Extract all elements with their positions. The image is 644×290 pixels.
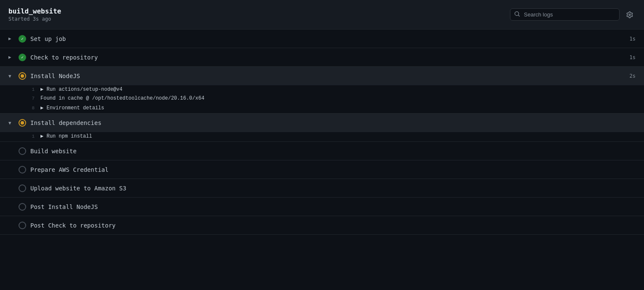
status-icon-success: ✓ bbox=[19, 35, 26, 43]
chevron-icon: ▼ bbox=[8, 73, 14, 79]
header-left: build_website Started 3s ago bbox=[8, 7, 61, 22]
chevron-icon: ▶ bbox=[8, 54, 14, 60]
status-icon-running bbox=[19, 119, 26, 127]
step-label: Post Install NodeJS bbox=[30, 203, 636, 210]
search-container bbox=[510, 8, 620, 21]
log-section-install-dependencies: 1▶ Run npm install bbox=[0, 132, 644, 141]
step-label: Build website bbox=[30, 148, 636, 154]
chevron-icon: ▼ bbox=[8, 120, 14, 126]
step-label: Upload website to Amazon S3 bbox=[30, 185, 636, 192]
step-row-upload-website[interactable]: Upload website to Amazon S3 bbox=[0, 179, 644, 198]
step-duration: 2s bbox=[630, 73, 636, 79]
step-duration: 1s bbox=[630, 36, 636, 42]
step-row-post-install-nodejs[interactable]: Post Install NodeJS bbox=[0, 198, 644, 216]
header: build_website Started 3s ago bbox=[0, 0, 644, 30]
step-row-install-nodejs[interactable]: ▼Install NodeJS2s bbox=[0, 67, 644, 85]
log-line: 1▶ Run npm install bbox=[0, 132, 644, 141]
log-text: ▶ Run npm install bbox=[40, 133, 92, 139]
line-number: 7 bbox=[23, 96, 35, 101]
chevron-icon: ▶ bbox=[8, 36, 14, 41]
line-number: 1 bbox=[23, 87, 35, 92]
step-row-install-dependencies[interactable]: ▼Install dependencies bbox=[0, 114, 644, 132]
step-row-post-check-to-repository[interactable]: Post Check to repository bbox=[0, 216, 644, 235]
status-icon-running bbox=[19, 72, 26, 80]
header-right bbox=[510, 8, 636, 21]
step-row-prepare-aws-credential[interactable]: Prepare AWS Credential bbox=[0, 160, 644, 179]
status-icon-pending bbox=[19, 184, 26, 192]
search-input[interactable] bbox=[510, 8, 620, 21]
step-label: Install dependencies bbox=[30, 119, 636, 126]
log-text: ▶ Environment details bbox=[40, 105, 104, 111]
line-number: 8 bbox=[23, 106, 35, 111]
step-label: Prepare AWS Credential bbox=[30, 166, 636, 173]
line-number: 1 bbox=[23, 134, 35, 139]
log-line: 8▶ Environment details bbox=[0, 104, 644, 113]
job-title: build_website bbox=[8, 7, 61, 15]
step-duration: 1s bbox=[630, 54, 636, 60]
log-line: 1▶ Run actions/setup-node@v4 bbox=[0, 85, 644, 95]
step-label: Check to repository bbox=[30, 54, 625, 61]
log-section-install-nodejs: 1▶ Run actions/setup-node@v47Found in ca… bbox=[0, 85, 644, 113]
status-icon-pending bbox=[19, 166, 26, 173]
main-content: ▶✓Set up job1s▶✓Check to repository1s▼In… bbox=[0, 30, 644, 235]
log-text: Found in cache @ /opt/hostedtoolcache/no… bbox=[40, 95, 204, 101]
job-subtitle: Started 3s ago bbox=[8, 16, 61, 22]
step-label: Install NodeJS bbox=[30, 73, 625, 79]
step-row-set-up-job[interactable]: ▶✓Set up job1s bbox=[0, 30, 644, 48]
step-row-check-to-repository[interactable]: ▶✓Check to repository1s bbox=[0, 48, 644, 67]
settings-button[interactable] bbox=[624, 9, 636, 21]
status-icon-pending bbox=[19, 203, 26, 211]
status-icon-pending bbox=[19, 147, 26, 155]
step-label: Post Check to repository bbox=[30, 222, 636, 229]
step-label: Set up job bbox=[30, 35, 625, 42]
status-icon-pending bbox=[19, 222, 26, 229]
step-row-build-website[interactable]: Build website bbox=[0, 142, 644, 160]
log-text: ▶ Run actions/setup-node@v4 bbox=[40, 86, 122, 92]
log-line: 7Found in cache @ /opt/hostedtoolcache/n… bbox=[0, 95, 644, 104]
status-icon-success: ✓ bbox=[19, 54, 26, 61]
